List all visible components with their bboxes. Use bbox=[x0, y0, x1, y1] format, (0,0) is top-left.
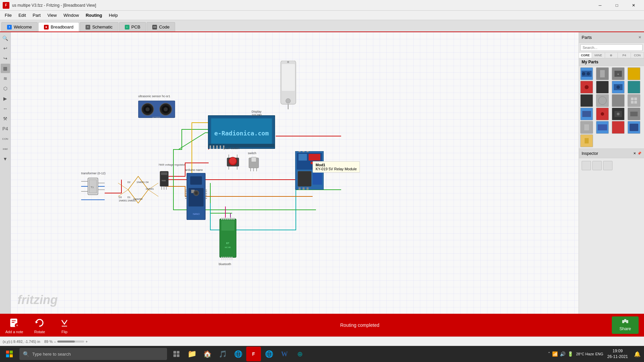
part-thumb-20[interactable] bbox=[628, 121, 640, 134]
taskbar-edge[interactable]: 🌐 bbox=[231, 347, 246, 361]
taskbar-task-view[interactable] bbox=[169, 347, 184, 361]
part-thumb-13[interactable] bbox=[580, 108, 593, 120]
part-thumb-17[interactable] bbox=[580, 121, 593, 134]
taskbar-music[interactable]: 🎵 bbox=[215, 347, 230, 361]
taskbar-arduino[interactable]: ⊕ bbox=[292, 347, 307, 361]
tray-arrow[interactable]: ˄ bbox=[548, 352, 550, 356]
transformer-component[interactable]: transformer (0-12) T1 bbox=[81, 176, 105, 198]
sidebar-icon-undo[interactable]: ↩ bbox=[1, 44, 10, 53]
taskbar-explorer[interactable]: 📁 bbox=[184, 347, 199, 361]
sidebar-icon-p4[interactable]: P4 bbox=[1, 124, 10, 133]
phone-component[interactable] bbox=[279, 61, 298, 111]
part-thumb-8[interactable] bbox=[628, 81, 640, 94]
part-thumb-16[interactable] bbox=[628, 108, 640, 120]
parts-tab-con[interactable]: CON bbox=[631, 53, 644, 58]
parts-tab-mine[interactable]: MINE bbox=[592, 53, 605, 58]
parts-tab-add[interactable]: ⊕ bbox=[605, 53, 618, 58]
tab-code[interactable]: <> Code bbox=[147, 22, 175, 32]
part-thumb-15[interactable] bbox=[612, 108, 625, 120]
menu-help[interactable]: Help bbox=[106, 12, 121, 18]
close-button[interactable]: ✕ bbox=[626, 0, 641, 11]
taskbar-chrome[interactable]: 🌐 bbox=[262, 347, 276, 361]
parts-close-button[interactable]: ✕ bbox=[638, 35, 641, 40]
part-thumb-14[interactable] bbox=[596, 108, 609, 120]
parts-tab-core[interactable]: CORE bbox=[579, 53, 592, 58]
part-thumb-5[interactable] bbox=[580, 81, 593, 94]
inspector-swatch-1[interactable] bbox=[582, 161, 591, 170]
part-thumb-12[interactable] bbox=[628, 94, 640, 107]
part-thumb-3[interactable]: ≈ bbox=[612, 67, 625, 80]
inspector-expand[interactable]: ✕ bbox=[633, 152, 636, 155]
svg-point-120 bbox=[582, 72, 585, 75]
menu-window[interactable]: Window bbox=[60, 12, 82, 18]
tray-network[interactable]: 📶 bbox=[552, 351, 558, 357]
part-thumb-19[interactable] bbox=[612, 121, 625, 134]
part-thumb-6[interactable] bbox=[596, 81, 609, 94]
share-button[interactable]: Share bbox=[612, 316, 639, 334]
sidebar-icon-breadboard[interactable]: ▦ bbox=[1, 64, 10, 73]
inspector-pin[interactable]: 📌 bbox=[637, 152, 641, 155]
tab-welcome[interactable]: f Welcome bbox=[1, 22, 38, 32]
menu-view[interactable]: View bbox=[44, 12, 60, 18]
vreg-component[interactable]: 7805 voltage regulator 7805 bbox=[158, 168, 170, 191]
sidebar-icon-arrow-down[interactable]: ▼ bbox=[1, 154, 10, 164]
language-indicator[interactable]: ENG bbox=[595, 352, 603, 356]
part-thumb-2[interactable] bbox=[596, 67, 609, 80]
tab-breadboard-icon: ■ bbox=[44, 25, 49, 29]
part-thumb-9[interactable] bbox=[580, 94, 593, 107]
sidebar-icon-tools[interactable]: ⚒ bbox=[1, 114, 10, 123]
sidebar-icon-search[interactable]: 🔍 bbox=[1, 34, 10, 43]
taskbar-search-bar[interactable]: 🔍 bbox=[19, 348, 167, 360]
part-thumb-7[interactable] bbox=[612, 81, 625, 94]
notification-icon[interactable]: 🔔 bbox=[632, 351, 643, 357]
inspector-swatch-3[interactable] bbox=[603, 161, 612, 170]
maximize-button[interactable]: □ bbox=[609, 0, 625, 11]
part-thumb-11[interactable] bbox=[612, 94, 625, 107]
part-thumb-10[interactable] bbox=[596, 94, 609, 107]
rotate-button[interactable]: Rotate bbox=[31, 317, 48, 334]
taskbar-clock[interactable]: 19:09 26-11-2021 bbox=[605, 348, 631, 360]
flip-button[interactable]: Flip bbox=[56, 317, 73, 334]
canvas-area[interactable]: fritzing transformer (0-12) T1 bbox=[11, 32, 579, 314]
zoom-slider[interactable] bbox=[57, 341, 84, 343]
tray-volume[interactable]: 🔊 bbox=[560, 351, 566, 357]
inspector-swatch-2[interactable] bbox=[592, 161, 602, 170]
sidebar-icon-schematic[interactable]: ≋ bbox=[1, 74, 10, 83]
arduino-component[interactable]: arduino nano bbox=[185, 173, 207, 221]
add-note-button[interactable]: + Add a note bbox=[5, 317, 23, 334]
menu-routing[interactable]: Routing bbox=[82, 12, 105, 18]
sidebar-icon-con[interactable]: CON bbox=[1, 134, 10, 143]
sidebar-icon-intel[interactable]: intel bbox=[1, 144, 10, 154]
taskbar-fritzing[interactable]: F bbox=[246, 347, 261, 361]
menu-part[interactable]: Part bbox=[29, 12, 44, 18]
ultrasonic-component[interactable]: ultrasonic sensor hc-sr1 HCSR04 bbox=[138, 99, 175, 121]
bluetooth-component[interactable]: bluetooth BT HC-06 bbox=[219, 217, 237, 262]
lcd-display-component[interactable]: Display 101290 e-Radionica.com bbox=[208, 115, 275, 150]
minimize-button[interactable]: ─ bbox=[592, 0, 608, 11]
sidebar-icon-redo[interactable]: ↪ bbox=[1, 54, 10, 63]
zoom-plus-icon[interactable]: + bbox=[86, 340, 88, 344]
diode-bridge[interactable]: D2 1N4001 D4 1N4001 D3 1N4001 D1 1N4001 … bbox=[118, 173, 158, 208]
part-thumb-21[interactable] bbox=[580, 134, 593, 147]
taskbar-search-input[interactable] bbox=[32, 352, 164, 357]
taskbar-home[interactable]: 🏠 bbox=[200, 347, 215, 361]
tab-pcb[interactable]: ▪ PCB bbox=[119, 22, 146, 32]
menu-edit[interactable]: Edit bbox=[15, 12, 29, 18]
zoom-minus-icon[interactable]: – bbox=[54, 340, 56, 344]
parts-tab-p4[interactable]: P4 bbox=[618, 53, 631, 58]
sidebar-icon-pcb[interactable]: ⬡ bbox=[1, 84, 10, 93]
sidebar-icon-play[interactable]: ▶ bbox=[1, 94, 10, 103]
switch-component[interactable]: switch bbox=[248, 156, 260, 173]
push-button-component[interactable]: push button bbox=[225, 151, 240, 171]
tray-battery[interactable]: 🔋 bbox=[568, 351, 573, 357]
part-thumb-18[interactable] bbox=[596, 121, 609, 134]
start-button[interactable] bbox=[1, 346, 17, 362]
tab-schematic[interactable]: ≈ Schematic bbox=[80, 22, 118, 32]
menu-file[interactable]: File bbox=[1, 12, 15, 18]
tab-breadboard[interactable]: ■ Breadboard bbox=[38, 22, 79, 32]
taskbar-word[interactable]: W bbox=[277, 347, 292, 361]
part-thumb-1[interactable] bbox=[580, 67, 593, 80]
parts-search-input[interactable] bbox=[580, 44, 643, 51]
sidebar-icon-route[interactable]: ↔ bbox=[1, 104, 10, 113]
part-thumb-4[interactable] bbox=[628, 67, 640, 80]
